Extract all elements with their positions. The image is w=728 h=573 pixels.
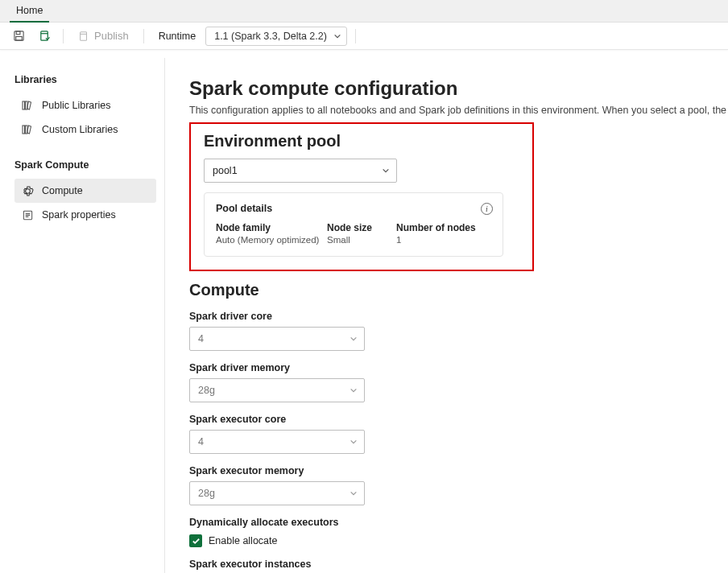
driver-memory-select[interactable]: 28g xyxy=(189,378,365,402)
environment-pool-highlight: Environment pool pool1 Pool details i No… xyxy=(189,122,534,271)
svg-rect-2 xyxy=(15,36,22,40)
driver-core-value: 4 xyxy=(198,333,204,344)
info-icon[interactable]: i xyxy=(481,203,493,215)
svg-rect-4 xyxy=(81,31,87,40)
executor-core-label: Spark executor core xyxy=(189,414,728,425)
library-icon xyxy=(21,123,34,136)
executor-instances-label: Spark executor instances xyxy=(189,559,728,570)
chevron-down-icon xyxy=(350,335,358,343)
node-size-value: Small xyxy=(327,235,396,245)
node-size-label: Node size xyxy=(327,222,396,233)
sidebar-item-label: Compute xyxy=(42,185,83,196)
pool-details-card: Pool details i Node family Auto (Memory … xyxy=(204,192,503,257)
sidebar-item-public-libraries[interactable]: Public Libraries xyxy=(14,93,156,117)
svg-rect-5 xyxy=(23,101,25,109)
runtime-label: Runtime xyxy=(159,31,196,42)
library-icon xyxy=(21,99,34,112)
toolbar: Publish Runtime 1.1 (Spark 3.3, Delta 2.… xyxy=(0,23,728,50)
sidebar-item-label: Custom Libraries xyxy=(42,124,118,135)
discard-icon[interactable] xyxy=(34,26,55,47)
enable-allocate-label: Enable allocate xyxy=(209,535,277,546)
executor-memory-value: 28g xyxy=(198,488,215,499)
chevron-down-icon xyxy=(350,489,358,497)
pool-select[interactable]: pool1 xyxy=(204,159,397,183)
num-nodes-label: Number of nodes xyxy=(396,222,491,233)
save-icon[interactable] xyxy=(8,26,29,47)
chevron-down-icon xyxy=(382,167,390,175)
sidebar: Libraries Public Libraries Custom Librar… xyxy=(0,58,165,573)
dynamic-allocate-label: Dynamically allocate executors xyxy=(189,517,728,528)
sidebar-group-compute: Spark Compute xyxy=(14,159,156,171)
properties-icon xyxy=(21,208,34,221)
executor-core-select[interactable]: 4 xyxy=(189,430,365,454)
svg-rect-7 xyxy=(23,126,25,134)
chevron-down-icon xyxy=(350,386,358,394)
chevron-down-icon xyxy=(350,438,358,446)
executor-memory-select[interactable]: 28g xyxy=(189,481,365,505)
num-nodes-value: 1 xyxy=(396,235,491,245)
publish-label: Publish xyxy=(94,30,129,42)
sidebar-item-label: Spark properties xyxy=(42,209,116,221)
driver-memory-value: 28g xyxy=(198,385,215,396)
page-title: Spark compute configuration xyxy=(189,77,728,100)
executor-memory-label: Spark executor memory xyxy=(189,465,728,476)
enable-allocate-checkbox[interactable] xyxy=(189,534,202,547)
pool-select-value: pool1 xyxy=(213,165,238,176)
node-family-label: Node family xyxy=(216,222,327,233)
publish-icon xyxy=(78,31,89,42)
environment-pool-title: Environment pool xyxy=(204,132,519,150)
driver-core-label: Spark driver core xyxy=(189,311,728,322)
sidebar-group-libraries: Libraries xyxy=(14,74,156,85)
publish-button: Publish xyxy=(72,26,135,47)
chevron-down-icon xyxy=(333,32,341,40)
svg-rect-1 xyxy=(16,31,20,35)
main-content: Spark compute configuration This configu… xyxy=(165,58,728,573)
executor-core-value: 4 xyxy=(198,436,204,447)
compute-title: Compute xyxy=(189,281,728,299)
runtime-value: 1.1 (Spark 3.3, Delta 2.2) xyxy=(214,31,327,42)
sidebar-item-label: Public Libraries xyxy=(42,100,110,111)
toolbar-separator xyxy=(355,29,356,43)
sidebar-item-compute[interactable]: Compute xyxy=(14,179,156,203)
sidebar-item-spark-properties[interactable]: Spark properties xyxy=(14,203,156,227)
driver-core-select[interactable]: 4 xyxy=(189,327,365,351)
toolbar-separator xyxy=(63,29,64,43)
top-tab-strip: Home xyxy=(0,0,728,23)
page-description: This configuration applies to all notebo… xyxy=(189,105,728,116)
tab-home[interactable]: Home xyxy=(10,2,49,23)
node-family-value: Auto (Memory optimized) xyxy=(216,235,327,245)
sidebar-item-custom-libraries[interactable]: Custom Libraries xyxy=(14,117,156,142)
toolbar-separator xyxy=(143,29,144,43)
pool-details-title: Pool details xyxy=(216,203,491,214)
gear-icon xyxy=(21,184,34,197)
driver-memory-label: Spark driver memory xyxy=(189,362,728,373)
runtime-select[interactable]: 1.1 (Spark 3.3, Delta 2.2) xyxy=(205,27,347,46)
